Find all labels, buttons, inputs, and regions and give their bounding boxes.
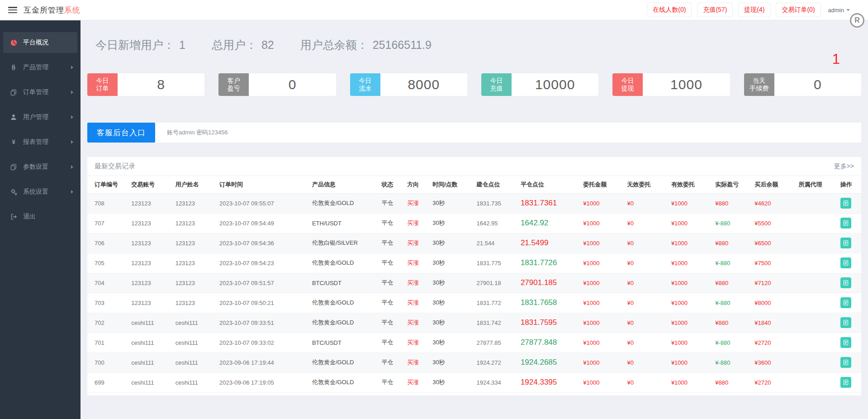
cell-duration: 30秒 [432,313,476,333]
summary-label: 今日新增用户： [95,38,175,51]
document-list-icon [843,379,849,386]
sidebar-item-logout[interactable]: 退出 [3,206,77,227]
order-detail-button[interactable] [840,277,851,288]
column-header: 买后余额 [754,176,798,193]
cell-username: ceshi111 [175,372,219,392]
summary-value: 1 [179,38,185,51]
cell-username: ceshi111 [175,313,219,333]
cell-order-time: 2023-10-07 09:33:02 [219,333,312,352]
cell-username: 123123 [175,213,219,233]
document-list-icon [843,220,849,226]
sidebar-item-params[interactable]: 参数设置 [3,157,77,177]
stat-cards: 今日 订单 8 客户 盈亏 0 今日 流水 8000 今日 充值 10000 今… [87,73,861,96]
cell-direction: 买涨 [407,253,432,273]
card-label: 今日 流水 [350,73,380,96]
cell-product: BTC/USDT [312,333,382,352]
cell-duration: 30秒 [432,233,476,253]
cell-order-id: 701 [87,333,131,352]
order-detail-button[interactable] [840,317,851,328]
svg-text:B: B [12,65,15,70]
cell-username: 123123 [175,193,219,213]
cell-action [840,273,861,293]
cell-product: 伦敦黄金/GOLD [312,253,382,273]
card-value: 0 [774,73,861,96]
header-stat-button-3[interactable]: 交易订单(0) [776,3,821,17]
service-portal-button[interactable]: 客服后台入口 [87,123,155,143]
cell-status: 平仓 [382,313,407,333]
cell-balance: ¥7120 [754,273,798,293]
cell-duration: 30秒 [432,213,476,233]
summary-label: 总用户： [212,38,257,51]
card-value: 8000 [380,73,467,96]
logout-icon [9,212,18,221]
order-detail-button[interactable] [840,337,851,348]
cell-agent [799,193,840,213]
cell-product: 伦敦黄金/GOLD [312,293,382,313]
cell-product: ETH/USDT [312,213,382,233]
cell-username: 123123 [175,273,219,293]
cell-status: 平仓 [382,253,407,273]
table-row: 705 123123 123123 2023-10-07 09:54:23 伦敦… [87,253,861,273]
sidebar-item-overview[interactable]: 平台概况 [3,32,77,53]
cell-order-time: 2023-10-07 09:54:49 [219,213,312,233]
sidebar-item-products[interactable]: B 产品管理 [3,57,77,78]
header-stat-button-2[interactable]: 提现(4) [738,3,770,17]
sidebar-item-label: 订单管理 [23,88,48,96]
app-title-accent: 系统 [64,6,81,14]
cell-agent [799,213,840,233]
sidebar-item-orders[interactable]: 订单管理 [3,82,77,103]
order-detail-button[interactable] [840,377,851,388]
header-stat-button-0[interactable]: 在线人数(0) [647,3,692,17]
main-content: 1 今日新增用户：1 总用户：82 用户总余额：25166511.9 今日 订单… [81,38,868,419]
sidebar-item-system[interactable]: 系统设置 [3,181,77,202]
table-header-row: 订单编号交易账号用户姓名订单时间产品信息状态方向时间/点数建仓点位平仓点位委托金… [87,176,861,193]
cell-order-time: 2023-10-07 09:33:51 [219,313,312,333]
table-row: 699 ceshi111 ceshi111 2023-09-06 17:19:0… [87,372,861,392]
header-stat-button-1[interactable]: 充值(57) [697,3,733,17]
cell-invalid: ¥0 [627,333,671,352]
sidebar-item-reports[interactable]: ¥ 报表管理 [3,132,77,152]
cell-username: 123123 [175,253,219,273]
cell-username: ceshi111 [175,333,219,352]
cell-invalid: ¥0 [627,293,671,313]
cell-order-id: 704 [87,273,131,293]
chevron-right-icon [71,66,73,69]
menu-toggle-icon[interactable] [8,7,17,13]
table-row: 700 ceshi111 ceshi111 2023-09-06 17:19:4… [87,352,861,372]
order-detail-button[interactable] [840,357,851,368]
order-detail-button[interactable] [840,218,851,229]
cell-invalid: ¥0 [627,273,671,293]
cell-order-time: 2023-10-07 09:54:23 [219,253,312,273]
cell-order-id: 699 [87,372,131,392]
cell-order-time: 2023-09-06 17:19:05 [219,372,312,392]
sidebar-item-label: 参数设置 [23,163,48,171]
cell-action [840,253,861,273]
cell-valid: ¥1000 [671,333,715,352]
cell-open-price: 1831.735 [477,193,521,213]
document-list-icon [843,260,849,266]
more-link[interactable]: 更多>> [834,162,854,171]
cell-balance: ¥4620 [754,193,798,213]
cell-order-id: 703 [87,293,131,313]
cell-action [840,233,861,253]
cell-direction: 买涨 [407,273,432,293]
svg-text:¥: ¥ [12,138,15,145]
cell-amount: ¥1000 [583,193,627,213]
column-header: 有效委托 [671,176,715,193]
cell-status: 平仓 [382,213,407,233]
order-detail-button[interactable] [840,198,851,209]
cell-profit: ¥-880 [715,333,754,352]
order-detail-button[interactable] [840,297,851,308]
cell-open-price: 1924.334 [477,372,521,392]
cell-product: 伦敦黄金/GOLD [312,352,382,372]
cell-direction: 买涨 [407,233,432,253]
order-detail-button[interactable] [840,238,851,248]
stat-card: 今日 订单 8 [87,73,204,96]
sidebar-item-users[interactable]: 用户管理 [3,107,77,128]
summary-item: 用户总余额：25166511.9 [300,38,432,52]
chevron-right-icon [71,90,73,94]
admin-dropdown[interactable]: admin [828,7,850,14]
cell-profit: ¥-880 [715,293,754,313]
cell-order-id: 700 [87,352,131,372]
order-detail-button[interactable] [840,257,851,268]
